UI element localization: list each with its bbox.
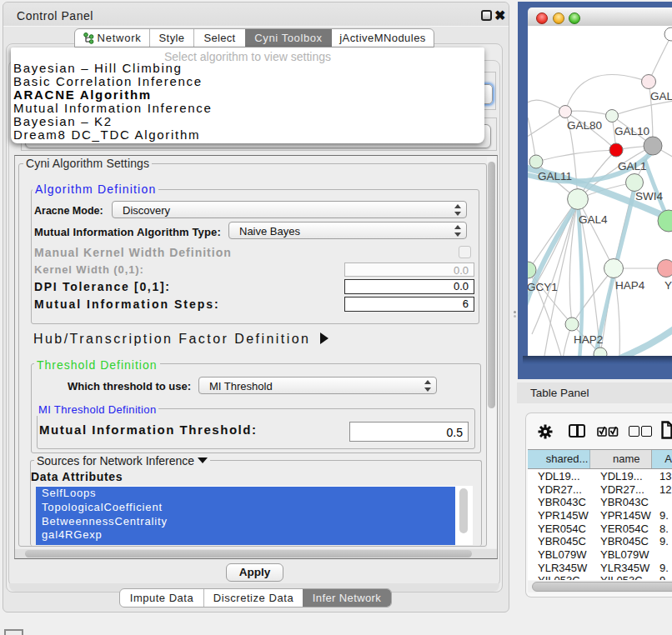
- svg-text:GAL11: GAL11: [538, 170, 572, 182]
- svg-text:GAL10: GAL10: [614, 125, 649, 138]
- svg-text:GCY1: GCY1: [528, 281, 558, 293]
- svg-text:HAP2: HAP2: [574, 333, 603, 346]
- svg-text:GAL80: GAL80: [567, 119, 602, 132]
- svg-text:GAL1: GAL1: [618, 160, 647, 172]
- svg-text:HAP4: HAP4: [615, 279, 645, 292]
- svg-text:Y: Y: [664, 279, 672, 292]
- svg-text:GAL2: GAL2: [650, 90, 672, 102]
- svg-text:GAL4: GAL4: [579, 213, 608, 226]
- svg-text:SWI4: SWI4: [635, 190, 663, 202]
